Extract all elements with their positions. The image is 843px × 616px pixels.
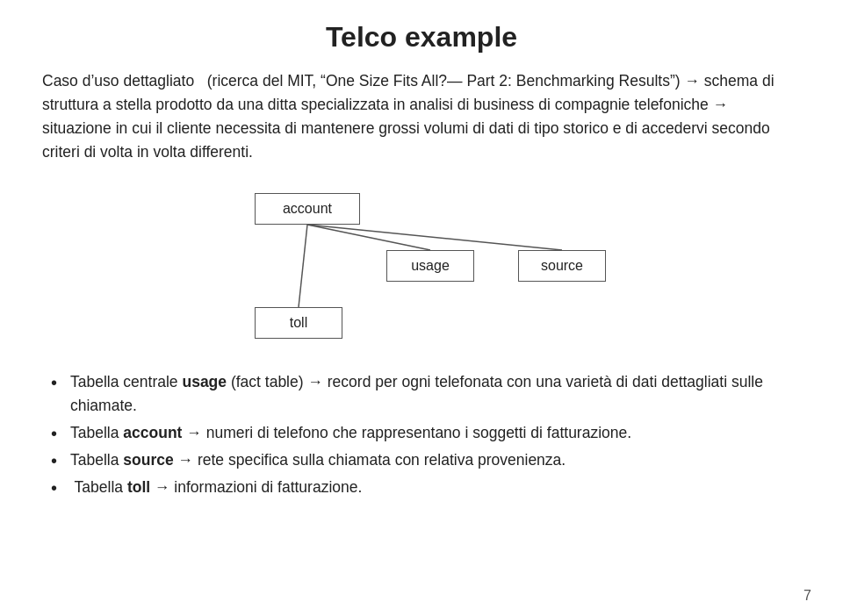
svg-line-0 [307,225,430,250]
diagram-box-source: source [518,250,606,282]
page-title: Telco example [42,21,801,54]
schema-diagram: account usage source toll [184,184,659,351]
diagram-box-toll: toll [255,307,342,339]
intro-paragraph: Caso d’uso dettagliato (ricerca del MIT,… [42,69,801,165]
page-number: 7 [803,588,811,604]
bullet-source: Tabella source → rete specifica sulla ch… [51,448,801,472]
diagram-box-usage: usage [386,250,474,282]
bullet-usage: Tabella centrale usage (fact table) → re… [51,370,801,418]
svg-line-2 [299,225,307,307]
bullet-account: Tabella account → numeri di telefono che… [51,421,801,445]
svg-line-1 [307,225,562,250]
bullet-toll: Tabella toll → informazioni di fatturazi… [51,476,801,499]
diagram-box-account: account [255,193,360,225]
bullet-list: Tabella centrale usage (fact table) → re… [42,370,801,500]
